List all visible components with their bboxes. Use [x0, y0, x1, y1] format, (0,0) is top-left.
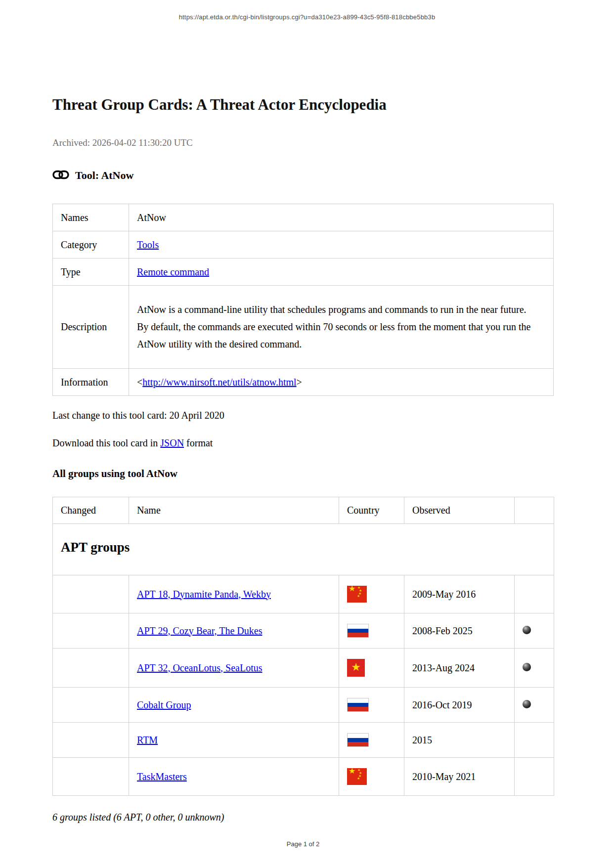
groups-count-summary: 6 groups listed (6 APT, 0 other, 0 unkno… [52, 812, 554, 823]
china-flag-icon [347, 768, 367, 785]
all-groups-heading: All groups using tool AtNow [52, 468, 554, 480]
groups-table: Changed Name Country Observed APT groups… [52, 497, 554, 796]
table-row: TaskMasters 2010-May 2021 [53, 758, 554, 796]
groups-header-row: Changed Name Country Observed [53, 497, 554, 524]
download-note: Download this tool card in JSON format [52, 437, 554, 449]
print-page-number: Page 1 of 2 [52, 840, 554, 848]
category-value: Tools [129, 231, 554, 259]
sphere-icon[interactable] [523, 626, 531, 634]
description-paragraph: AtNow is a command-line utility that sch… [137, 301, 545, 318]
group-name-cell: APT 29, Cozy Bear, The Dukes [129, 613, 339, 649]
table-row: Names AtNow [53, 204, 554, 231]
observed-cell: 2013-Aug 2024 [404, 649, 515, 688]
changed-cell [53, 688, 129, 723]
category-label: Category [53, 231, 129, 259]
russia-flag-icon [347, 698, 369, 712]
tool-heading-row: Tool: AtNow [52, 169, 554, 182]
angle-bracket-close: > [297, 377, 302, 388]
group-link[interactable]: APT 29, Cozy Bear, The Dukes [137, 625, 262, 636]
country-cell [339, 649, 404, 688]
type-remote-command-link[interactable]: Remote command [137, 266, 209, 277]
changed-cell [53, 575, 129, 613]
column-header-country: Country [339, 497, 404, 524]
group-link[interactable]: TaskMasters [137, 771, 187, 782]
tool-title: Tool: AtNow [75, 169, 133, 182]
changed-cell [53, 613, 129, 649]
archived-timestamp: Archived: 2026-04-02 11:30:20 UTC [52, 137, 554, 148]
china-flag-icon [347, 586, 367, 603]
angle-bracket-open: < [137, 377, 142, 388]
table-row: RTM 2015 [53, 723, 554, 758]
column-header-changed: Changed [53, 497, 129, 524]
table-row: Cobalt Group 2016-Oct 2019 [53, 688, 554, 723]
group-name-cell: APT 18, Dynamite Panda, Wekby [129, 575, 339, 613]
table-row: Type Remote command [53, 259, 554, 286]
icon-cell [515, 613, 554, 649]
type-value: Remote command [129, 259, 554, 286]
information-value: <http://www.nirsoft.net/utils/atnow.html… [129, 369, 554, 396]
description-paragraph: By default, the commands are executed wi… [137, 318, 545, 353]
information-label: Information [53, 369, 129, 396]
table-row: Information <http://www.nirsoft.net/util… [53, 369, 554, 396]
table-row: APT 32, OceanLotus, SeaLotus 2013-Aug 20… [53, 649, 554, 688]
group-link[interactable]: Cobalt Group [137, 699, 191, 710]
icon-cell [515, 688, 554, 723]
column-header-icon [515, 497, 554, 524]
group-link[interactable]: RTM [137, 735, 158, 745]
russia-flag-icon [347, 733, 369, 747]
sphere-icon[interactable] [523, 663, 531, 671]
table-row: APT 29, Cozy Bear, The Dukes 2008-Feb 20… [53, 613, 554, 649]
table-row: Description AtNow is a command-line util… [53, 286, 554, 369]
type-label: Type [53, 259, 129, 286]
group-name-cell: RTM [129, 723, 339, 758]
observed-cell: 2010-May 2021 [404, 758, 515, 796]
chain-link-icon [52, 170, 69, 181]
download-text-prefix: Download this tool card in [52, 437, 160, 448]
observed-cell: 2009-May 2016 [404, 575, 515, 613]
information-url-link[interactable]: http://www.nirsoft.net/utils/atnow.html [142, 377, 296, 388]
country-cell [339, 613, 404, 649]
json-download-link[interactable]: JSON [160, 437, 184, 448]
section-row: APT groups [53, 524, 554, 575]
table-row: APT 18, Dynamite Panda, Wekby 2009-May 2… [53, 575, 554, 613]
table-row: Category Tools [53, 231, 554, 259]
page-title: Threat Group Cards: A Threat Actor Encyc… [52, 96, 554, 114]
observed-cell: 2008-Feb 2025 [404, 613, 515, 649]
changed-cell [53, 758, 129, 796]
group-link[interactable]: APT 32, OceanLotus, SeaLotus [137, 662, 263, 673]
column-header-observed: Observed [404, 497, 515, 524]
icon-cell [515, 723, 554, 758]
group-name-cell: APT 32, OceanLotus, SeaLotus [129, 649, 339, 688]
observed-cell: 2015 [404, 723, 515, 758]
sphere-icon[interactable] [523, 700, 531, 708]
description-label: Description [53, 286, 129, 369]
names-value: AtNow [129, 204, 554, 231]
country-cell [339, 688, 404, 723]
description-value: AtNow is a command-line utility that sch… [129, 286, 554, 369]
country-cell [339, 575, 404, 613]
download-text-suffix: format [184, 437, 213, 448]
printed-page: https://apt.etda.or.th/cgi-bin/listgroup… [0, 0, 614, 868]
column-header-name: Name [129, 497, 339, 524]
russia-flag-icon [347, 624, 369, 638]
changed-cell [53, 723, 129, 758]
vietnam-flag-icon [347, 659, 365, 677]
changed-cell [53, 649, 129, 688]
group-name-cell: Cobalt Group [129, 688, 339, 723]
country-cell [339, 723, 404, 758]
apt-groups-section-title: APT groups [53, 524, 554, 575]
country-cell [339, 758, 404, 796]
print-url-header: https://apt.etda.or.th/cgi-bin/listgroup… [0, 0, 614, 21]
names-label: Names [53, 204, 129, 231]
tool-card-table: Names AtNow Category Tools Type Remote c… [52, 204, 554, 396]
group-name-cell: TaskMasters [129, 758, 339, 796]
icon-cell [515, 575, 554, 613]
group-link[interactable]: APT 18, Dynamite Panda, Wekby [137, 589, 271, 600]
category-tools-link[interactable]: Tools [137, 239, 159, 250]
observed-cell: 2016-Oct 2019 [404, 688, 515, 723]
icon-cell [515, 758, 554, 796]
last-change-note: Last change to this tool card: 20 April … [52, 410, 554, 421]
icon-cell [515, 649, 554, 688]
